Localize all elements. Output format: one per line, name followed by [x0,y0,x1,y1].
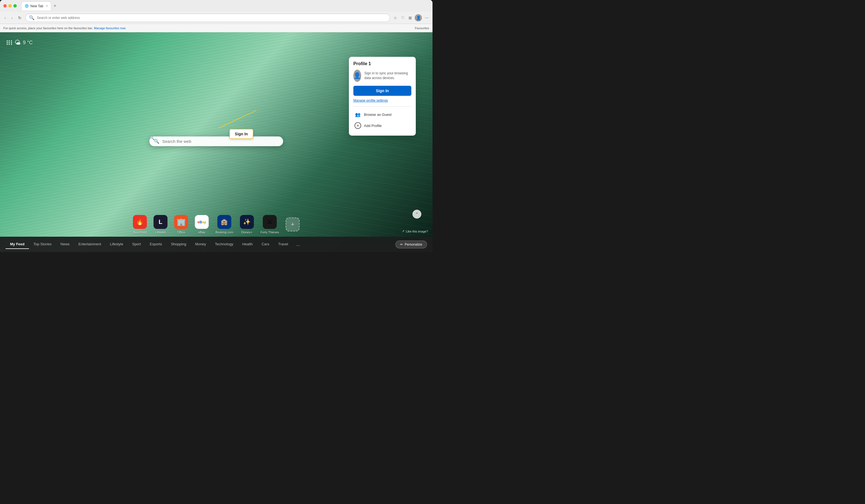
sidebar-icon-btn[interactable]: ⊞ [407,14,413,21]
address-input[interactable] [37,16,387,20]
weather-widget: 🌤 9 °C [7,39,33,46]
profile-button[interactable]: 👤 [415,14,422,21]
lifewire-label: Lifewire [155,231,166,234]
disney-icon: ✨ [240,215,254,229]
fortythieves-label: Forty Thieves [261,231,279,234]
back-button[interactable]: ‹ [3,14,8,21]
title-bar: 🌐 New Tab × + [0,0,432,12]
profile-avatar: 👤 [353,70,361,82]
nav-lifestyle[interactable]: Lifestyle [106,240,128,249]
quote-overlay: 🔍 We may not be able to move mountains… [150,136,214,140]
traffic-lights [3,4,17,8]
bottom-nav: My Feed Top Stories News Entertainment L… [0,237,432,252]
tab-icon: 🌐 [25,4,29,8]
buzzfeed-icon: 🔥 [133,215,147,229]
quick-link-office[interactable]: 🏢 Office [174,215,188,234]
main-content: 🌤 9 °C 🔍 🔍 We may not be able to move mo… [0,32,432,252]
profile-sync-text: Sign in to sync your browsing data acros… [365,71,411,81]
nav-money[interactable]: Money [191,240,210,249]
fortythieves-icon: ⚔ [263,215,277,229]
office-label: Office [177,231,185,234]
lifewire-icon: L [153,215,168,229]
add-profile-option[interactable]: + Add Profile [353,120,411,131]
search-icon: 🔍 [29,15,35,20]
toolbar: ‹ › ↻ 🔍 ☆ ♡ ⊞ 👤 ⋯ [0,12,432,24]
toolbar-icons: ☆ ♡ ⊞ 👤 ⋯ [392,14,430,21]
booking-icon: 🏨 [217,215,231,229]
add-profile-icon: + [355,122,361,129]
office-icon: 🏢 [174,215,188,229]
add-site-button[interactable]: + [286,218,300,231]
weather-temperature: 9 °C [23,40,33,46]
browse-guest-icon: 👥 [355,111,361,118]
profile-avatar-small: 👤 [415,14,422,21]
nav-cars[interactable]: Cars [257,240,274,249]
scroll-up-button[interactable]: ⌃ [413,210,422,219]
ebay-label: eBay [198,231,205,234]
personalize-icon: ✏ [400,243,403,246]
favorites-text: For quick access, place your favourites … [3,26,93,30]
nav-shopping[interactable]: Shopping [166,240,191,249]
booking-label: Booking.com [216,231,233,234]
more-options-button[interactable]: ⋯ [424,14,430,21]
favorites-icon-btn[interactable]: ☆ [392,14,398,21]
active-tab[interactable]: 🌐 New Tab × [21,1,51,10]
profile-header: 👤 Sign in to sync your browsing data acr… [353,70,411,82]
reload-button[interactable]: ↻ [16,14,23,21]
quick-link-booking[interactable]: 🏨 Booking.com [216,215,233,234]
ebay-icon: eBay [195,215,209,229]
disney-label: Disney+ [241,231,253,234]
quick-links: 🔥 BuzzFeed L Lifewire 🏢 Office eBay [133,215,300,234]
profile-divider [353,106,411,107]
maximize-button[interactable] [13,4,17,8]
buzzfeed-label: BuzzFeed [133,231,147,234]
tab-label: New Tab [30,4,43,8]
quick-link-fortythieves[interactable]: ⚔ Forty Thieves [261,215,279,234]
address-bar[interactable]: 🔍 [25,14,390,22]
quick-link-buzzfeed[interactable]: 🔥 BuzzFeed [133,215,147,234]
profile-signin-button[interactable]: Sign In [353,86,411,96]
quick-link-lifewire[interactable]: L Lifewire [153,215,168,234]
manage-profile-settings-link[interactable]: Manage profile settings [353,98,411,103]
nav-esports[interactable]: Esports [145,240,166,249]
profile-dropdown: Profile 1 👤 Sign in to sync your browsin… [349,57,416,136]
nav-entertainment[interactable]: Entertainment [74,240,106,249]
collections-icon-btn[interactable]: ♡ [400,14,406,21]
quote-text: We may not be able to move mountains… [157,136,214,140]
like-image-label: Like this image? [406,230,428,233]
nav-sport[interactable]: Sport [128,240,145,249]
add-profile-label: Add Profile [364,124,382,128]
browser-window: 🌐 New Tab × + ‹ › ↻ 🔍 ☆ ♡ ⊞ 👤 ⋯ [0,0,432,252]
personalize-button[interactable]: ✏ Personalize [395,241,427,248]
quote-icon: 🔍 [150,136,154,140]
grid-icon [7,40,12,45]
quick-link-disney[interactable]: ✨ Disney+ [240,215,254,234]
nav-news[interactable]: News [56,240,74,249]
new-tab-button[interactable]: + [53,2,57,10]
like-image-icon: ↗ [402,230,404,233]
personalize-label: Personalize [405,243,422,246]
nav-my-feed[interactable]: My Feed [5,240,29,249]
forward-button[interactable]: › [10,14,14,21]
profile-avatar-glyph: 👤 [353,72,361,79]
profile-dropdown-title: Profile 1 [353,61,411,66]
nav-technology[interactable]: Technology [210,240,238,249]
manage-favorites-link[interactable]: Manage favourites now [94,26,126,30]
nav-more-button[interactable]: … [292,240,304,249]
favourites-label: Favourites [415,26,429,30]
like-image-button[interactable]: ↗ Like this image? [402,230,428,233]
profile-avatar-icon: 👤 [416,15,421,20]
nav-top-stories[interactable]: Top Stories [29,240,56,249]
nav-travel[interactable]: Travel [274,240,292,249]
browse-guest-label: Browse as Guest [364,113,392,117]
quick-link-ebay[interactable]: eBay eBay [195,215,209,234]
weather-icon: 🌤 [14,39,21,46]
tab-bar: 🌐 New Tab × + [21,1,429,10]
browse-as-guest-option[interactable]: 👥 Browse as Guest [353,109,411,120]
tab-close-icon[interactable]: × [46,4,48,8]
close-button[interactable] [3,4,7,8]
favorites-bar: For quick access, place your favourites … [0,24,432,32]
nav-health[interactable]: Health [238,240,257,249]
minimize-button[interactable] [8,4,12,8]
signin-callout-button[interactable]: Sign In [229,129,254,139]
